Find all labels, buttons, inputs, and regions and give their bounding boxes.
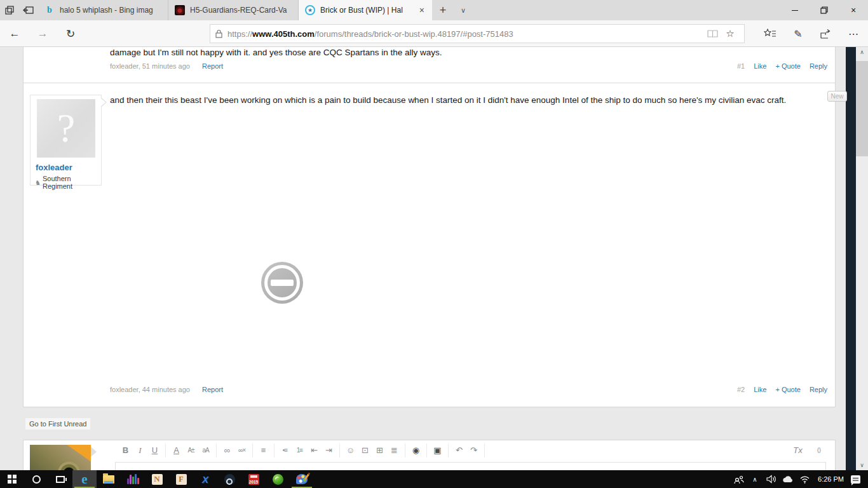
cortana-icon [32, 475, 41, 484]
url-scheme: https:// [227, 29, 252, 39]
minimize-button[interactable] [780, 0, 810, 20]
address-bar[interactable]: https://www.405th.com/forums/threads/bri… [210, 24, 745, 43]
hidden-icons-chevron[interactable]: ∧ [747, 470, 763, 488]
indent-button[interactable]: ⇥ [322, 444, 336, 458]
hub-button[interactable] [759, 24, 782, 44]
steam-icon [224, 474, 235, 485]
cortana-button[interactable] [24, 470, 48, 488]
reading-view-icon [707, 30, 718, 38]
task-view-button[interactable] [48, 470, 72, 488]
remove-formatting-button[interactable]: Tx [790, 444, 805, 458]
file-explorer-icon [103, 475, 114, 484]
volume-button[interactable] [763, 470, 780, 488]
url-path: /forums/threads/brick-or-bust-wip.48197/… [315, 29, 513, 39]
share-icon [820, 29, 831, 39]
taskbar-edge-button[interactable]: e [72, 470, 97, 488]
onedrive-button[interactable] [780, 470, 796, 488]
insert-media-button[interactable]: ⊞ [372, 444, 387, 458]
unlink-button[interactable]: ∞× [234, 444, 249, 458]
tab-req-card[interactable]: H5-Guardians-REQ-Card-Va [168, 0, 299, 20]
thread-posts-panel: damage but I'm still not happy with it. … [23, 47, 836, 407]
taskbar-sketchup-button[interactable]: 2015 [241, 470, 266, 488]
post-body: damage but I'm still not happy with it. … [110, 48, 442, 57]
taskbar-f-app-button[interactable]: F [169, 470, 193, 488]
scroll-down-arrow[interactable]: ∨ [856, 460, 868, 470]
italic-button[interactable]: I [133, 444, 147, 458]
close-window-button[interactable]: × [839, 0, 868, 20]
font-size-button[interactable]: A± [184, 444, 198, 458]
tab-preview-button[interactable] [0, 0, 19, 20]
like-link[interactable]: Like [754, 386, 766, 393]
share-button[interactable] [814, 24, 837, 44]
quote-link[interactable]: + Quote [775, 386, 800, 393]
report-link[interactable]: Report [202, 62, 223, 70]
tab-bar-expand-button[interactable]: ∨ [454, 0, 473, 20]
page-background-strip [846, 47, 856, 470]
taskbar-paint-app-button[interactable] [290, 470, 314, 488]
reply-text-area[interactable] [115, 462, 826, 470]
set-aside-tabs-button[interactable] [19, 0, 38, 20]
bold-button[interactable]: B [118, 444, 133, 458]
taskbar-equalizer-app-button[interactable] [121, 470, 145, 488]
tab-bing-images[interactable]: b halo 5 whiplash - Bing imag [38, 0, 168, 20]
url-text: https://www.405th.com/forums/threads/bri… [227, 29, 703, 39]
insert-quote-button[interactable]: ≣ [387, 444, 402, 458]
drafts-button[interactable]: ▣ [430, 444, 445, 458]
toolbar-group-align: ≡ [253, 444, 275, 458]
refresh-button[interactable]: ↻ [60, 24, 81, 44]
scrollbar-thumb[interactable] [856, 61, 868, 156]
font-family-button[interactable]: aA [198, 444, 213, 458]
alignment-button[interactable]: ≡ [256, 444, 271, 458]
restore-button[interactable] [810, 0, 839, 20]
go-to-first-unread-button[interactable]: Go to First Unread [25, 418, 90, 430]
text-color-button[interactable]: A [169, 444, 184, 458]
back-button[interactable]: ← [4, 24, 25, 44]
camera-button[interactable]: ◉ [409, 444, 423, 458]
scroll-up-arrow[interactable]: ∧ [856, 47, 868, 57]
underline-button[interactable]: U [147, 444, 162, 458]
settings-more-button[interactable]: ⋯ [842, 24, 865, 44]
reply-link[interactable]: Reply [810, 62, 827, 70]
tab-brick-or-bust-active[interactable]: ★ Brick or Bust (WIP) | Hal × [299, 0, 432, 20]
insert-link-button[interactable]: ∞ [220, 444, 234, 458]
reply-link[interactable]: Reply [810, 386, 827, 393]
taskbar-file-explorer-button[interactable] [97, 470, 121, 488]
taskbar-nexus-button[interactable]: N [145, 470, 169, 488]
numbered-list-button[interactable]: 1≡ [292, 444, 307, 458]
smilies-button[interactable]: ☺ [343, 444, 358, 458]
user-group-badge: ♞ Southern Regiment [35, 175, 101, 190]
new-tab-button[interactable]: + [432, 0, 454, 20]
taskbar-x-app-button[interactable]: X [193, 470, 217, 488]
paint-palette-icon [296, 474, 308, 484]
wifi-button[interactable] [796, 470, 813, 488]
add-favorite-button[interactable]: ☆ [721, 28, 739, 39]
web-note-button[interactable]: ✎ [787, 24, 810, 44]
bbcode-toggle-button[interactable]: ⟨⟩ [811, 444, 826, 458]
taskbar-green-app-button[interactable] [266, 470, 290, 488]
redo-button[interactable]: ↷ [466, 444, 481, 458]
forward-button[interactable]: → [32, 24, 53, 44]
outdent-button[interactable]: ⇤ [307, 444, 322, 458]
username-link[interactable]: foxleader [36, 163, 72, 172]
post-2: New ? foxleader ♞ Southern Regiment and … [24, 83, 835, 406]
405th-favicon: ★ [305, 5, 315, 15]
start-button[interactable] [0, 470, 24, 488]
like-link[interactable]: Like [754, 62, 766, 70]
broken-image-placeholder-icon[interactable] [261, 262, 303, 304]
quote-link[interactable]: + Quote [775, 62, 800, 70]
bullet-list-button[interactable]: •≡ [278, 444, 292, 458]
current-user-avatar[interactable] [30, 445, 91, 470]
vertical-scrollbar[interactable]: ∧ ∨ [856, 47, 868, 470]
tab-title: Brick or Bust (WIP) | Hal [320, 6, 413, 15]
people-button[interactable] [730, 470, 747, 488]
equalizer-icon [127, 474, 139, 484]
close-tab-icon[interactable]: × [418, 5, 426, 15]
insert-image-button[interactable]: ⊡ [358, 444, 372, 458]
report-link[interactable]: Report [202, 386, 223, 393]
undo-button[interactable]: ↶ [452, 444, 466, 458]
taskbar-clock[interactable]: 6:26 PM [813, 470, 849, 488]
taskbar-steam-button[interactable] [217, 470, 241, 488]
avatar[interactable]: ? [37, 99, 95, 158]
post-meta-row: foxleader, 44 minutes ago Report #2 Like… [110, 386, 827, 393]
action-center-button[interactable] [849, 470, 868, 488]
